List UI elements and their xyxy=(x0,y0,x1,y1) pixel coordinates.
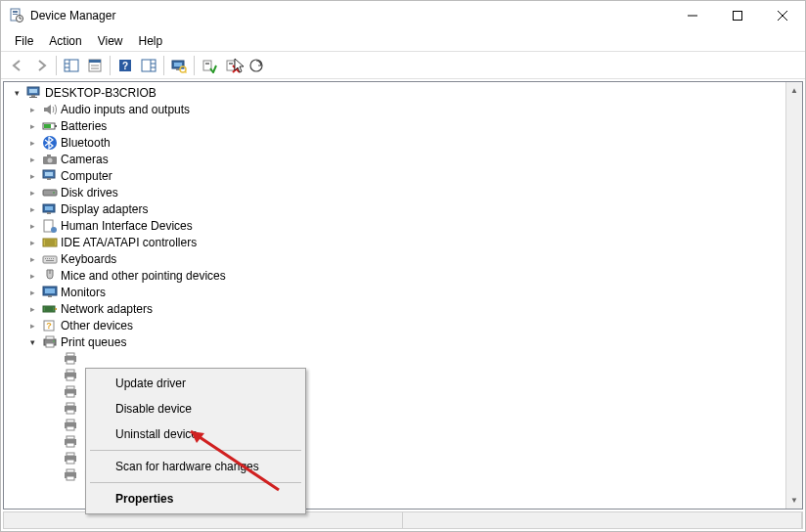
context-menu-update-driver[interactable]: Update driver xyxy=(88,371,303,396)
tree-node-hid[interactable]: ▸Human Interface Devices xyxy=(6,217,802,234)
tree-root-label: DESKTOP-B3CRIOB xyxy=(45,86,157,100)
expander-icon[interactable]: ▸ xyxy=(25,202,39,216)
toolbar-separator xyxy=(163,56,164,75)
svg-rect-13 xyxy=(89,60,101,63)
bluetooth-icon xyxy=(42,135,58,151)
computer-root-icon xyxy=(26,85,42,101)
tree-node-print-queues[interactable]: ▾Print queues xyxy=(6,333,802,350)
svg-rect-87 xyxy=(67,386,74,389)
context-menu-scan-hardware[interactable]: Scan for hardware changes xyxy=(88,454,303,479)
scroll-up-icon[interactable]: ▲ xyxy=(786,82,802,99)
tree-node-label: Audio inputs and outputs xyxy=(61,103,190,116)
other-devices-icon: ? xyxy=(42,318,58,333)
expander-icon[interactable]: ▸ xyxy=(25,119,39,133)
tree-leaf-print-item[interactable] xyxy=(6,350,802,367)
svg-rect-70 xyxy=(43,306,55,312)
expander-icon[interactable]: ▸ xyxy=(25,186,39,200)
expander-icon[interactable]: ▸ xyxy=(25,219,39,233)
context-menu-properties[interactable]: Properties xyxy=(88,486,303,511)
minimize-button[interactable] xyxy=(670,1,715,30)
tree-node-display[interactable]: ▸Display adapters xyxy=(6,200,802,217)
svg-rect-97 xyxy=(67,443,74,447)
tree-node-other[interactable]: ▸?Other devices xyxy=(6,317,802,333)
menu-help[interactable]: Help xyxy=(131,32,171,50)
tree-node-audio[interactable]: ▸Audio inputs and outputs xyxy=(6,101,802,117)
tree-node-label: Other devices xyxy=(61,319,133,332)
battery-icon xyxy=(42,118,58,134)
svg-rect-81 xyxy=(67,353,74,356)
tree-root-node[interactable]: ▾ DESKTOP-B3CRIOB xyxy=(6,84,802,101)
menu-file[interactable]: File xyxy=(7,32,41,50)
tree-node-label: Print queues xyxy=(61,335,126,349)
context-menu-separator xyxy=(90,482,301,483)
properties-button[interactable] xyxy=(84,55,106,76)
computer-icon xyxy=(42,168,58,184)
svg-rect-28 xyxy=(205,63,209,65)
expander-icon[interactable]: ▸ xyxy=(25,136,39,150)
tree-node-bluetooth[interactable]: ▸Bluetooth xyxy=(6,134,802,151)
forward-button[interactable] xyxy=(30,55,52,76)
expander-icon[interactable]: ▾ xyxy=(25,335,39,349)
menu-view[interactable]: View xyxy=(90,32,131,50)
help-button[interactable]: ? xyxy=(114,55,136,76)
svg-rect-91 xyxy=(67,410,74,414)
tree-node-monitors[interactable]: ▸Monitors xyxy=(6,284,802,300)
svg-rect-82 xyxy=(67,360,74,364)
svg-rect-64 xyxy=(53,258,54,259)
svg-point-43 xyxy=(48,157,53,162)
tree-node-computer[interactable]: ▸Computer xyxy=(6,167,802,184)
vertical-scrollbar[interactable]: ▲ ▼ xyxy=(785,82,802,509)
tree-node-batteries[interactable]: ▸Batteries xyxy=(6,117,802,134)
expander-icon[interactable]: ▸ xyxy=(25,169,39,183)
tree-node-mice[interactable]: ▸Mice and other pointing devices xyxy=(6,267,802,284)
svg-rect-44 xyxy=(47,155,51,156)
uninstall-device-button[interactable] xyxy=(222,55,244,76)
tree-node-label: IDE ATA/ATAPI controllers xyxy=(61,236,197,249)
menu-action[interactable]: Action xyxy=(41,32,89,50)
tree-node-keyboards[interactable]: ▸Keyboards xyxy=(6,250,802,267)
svg-rect-69 xyxy=(48,295,52,297)
expander-icon[interactable]: ▸ xyxy=(25,319,39,332)
tree-node-label: Computer xyxy=(61,169,112,183)
scroll-down-icon[interactable]: ▼ xyxy=(786,492,802,509)
tree-node-ide[interactable]: ▸IDE ATA/ATAPI controllers xyxy=(6,234,802,250)
expander-icon[interactable]: ▸ xyxy=(25,153,39,166)
back-button[interactable] xyxy=(7,55,28,76)
expander-icon[interactable]: ▸ xyxy=(25,252,39,266)
tree-node-disk[interactable]: ▸Disk drives xyxy=(6,184,802,200)
expander-icon[interactable]: ▸ xyxy=(25,236,39,249)
maximize-button[interactable] xyxy=(715,1,760,30)
svg-rect-102 xyxy=(67,469,74,472)
tree-node-label: Batteries xyxy=(61,119,107,133)
svg-rect-61 xyxy=(47,258,48,259)
enable-device-button[interactable] xyxy=(199,55,220,76)
action-pane-button[interactable] xyxy=(138,55,159,76)
update-driver-button[interactable] xyxy=(246,55,267,76)
svg-text:?: ? xyxy=(46,321,52,331)
tree-node-network[interactable]: ▸Network adapters xyxy=(6,300,802,317)
expander-icon[interactable]: ▸ xyxy=(25,302,39,316)
context-menu-disable-device[interactable]: Disable device xyxy=(88,396,303,421)
tree-node-label: Network adapters xyxy=(61,302,153,316)
svg-rect-93 xyxy=(67,420,74,422)
expander-icon[interactable]: ▸ xyxy=(25,103,39,116)
svg-rect-71 xyxy=(55,308,57,310)
expander-icon[interactable]: ▸ xyxy=(25,269,39,283)
show-hide-tree-button[interactable] xyxy=(61,55,82,76)
tree-node-label: Bluetooth xyxy=(61,136,111,150)
camera-icon xyxy=(42,152,58,167)
toolbar: ? xyxy=(1,52,805,79)
window-title: Device Manager xyxy=(30,9,670,22)
svg-rect-47 xyxy=(47,178,51,180)
menu-bar: File Action View Help xyxy=(1,30,805,52)
svg-rect-84 xyxy=(67,370,74,373)
scan-hardware-button[interactable] xyxy=(168,55,190,76)
expander-icon[interactable]: ▸ xyxy=(25,286,39,299)
tree-node-cameras[interactable]: ▸Cameras xyxy=(6,151,802,167)
context-menu-uninstall-device[interactable]: Uninstall device xyxy=(88,421,303,447)
expander-icon[interactable]: ▾ xyxy=(10,86,23,100)
printer-icon xyxy=(63,368,78,383)
close-button[interactable] xyxy=(760,1,805,30)
mouse-icon xyxy=(42,268,58,284)
svg-rect-78 xyxy=(46,343,54,347)
